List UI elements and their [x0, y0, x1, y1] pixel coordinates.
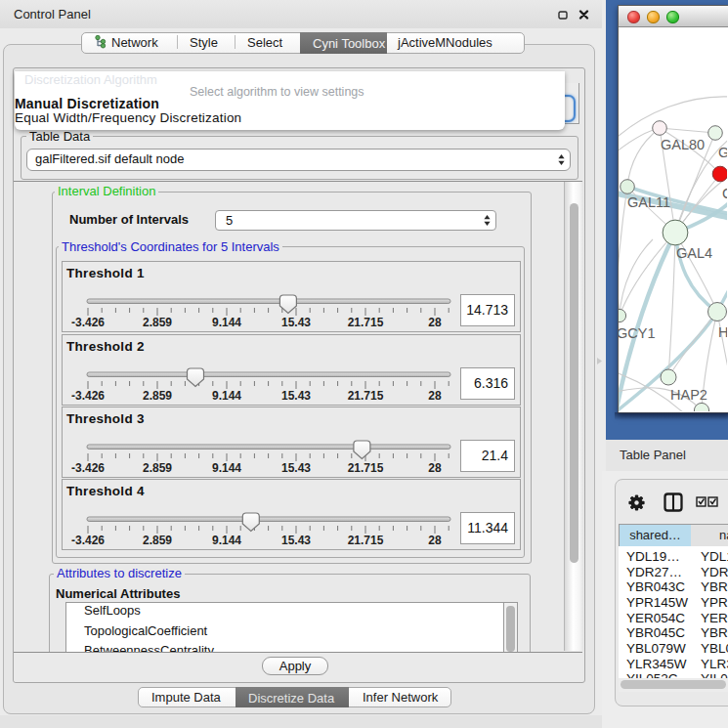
- svg-text:28: 28: [428, 534, 442, 547]
- svg-text:9.144: 9.144: [212, 461, 241, 475]
- svg-text:28: 28: [428, 316, 442, 329]
- svg-text:21.715: 21.715: [348, 534, 384, 547]
- svg-text:21.715: 21.715: [348, 389, 384, 403]
- svg-text:GAL11: GAL11: [627, 194, 670, 210]
- svg-text:21.715: 21.715: [348, 461, 384, 475]
- svg-text:GA: GA: [718, 145, 727, 160]
- svg-text:2.859: 2.859: [143, 389, 172, 403]
- svg-text:-3.426: -3.426: [71, 316, 105, 329]
- svg-text:C: C: [722, 186, 727, 201]
- svg-text:GAL4: GAL4: [676, 245, 712, 261]
- svg-text:9.144: 9.144: [212, 389, 241, 403]
- svg-text:-3.426: -3.426: [71, 389, 105, 403]
- svg-text:9.144: 9.144: [212, 534, 241, 547]
- svg-text:28: 28: [428, 461, 442, 475]
- svg-text:21.715: 21.715: [348, 316, 384, 329]
- svg-text:15.43: 15.43: [281, 461, 311, 475]
- svg-text:2.859: 2.859: [143, 534, 172, 547]
- svg-text:2.859: 2.859: [143, 316, 172, 329]
- svg-text:-3.426: -3.426: [71, 534, 105, 547]
- svg-text:15.43: 15.43: [281, 389, 311, 403]
- svg-text:H: H: [718, 324, 727, 340]
- svg-text:GAL80: GAL80: [661, 137, 705, 152]
- svg-text:HAP2: HAP2: [670, 387, 707, 403]
- svg-text:2.859: 2.859: [143, 461, 172, 475]
- svg-text:-3.426: -3.426: [71, 461, 105, 475]
- svg-text:15.43: 15.43: [281, 534, 311, 547]
- svg-text:9.144: 9.144: [212, 316, 241, 329]
- svg-text:GCY1: GCY1: [619, 325, 656, 341]
- svg-text:28: 28: [428, 389, 442, 403]
- svg-text:15.43: 15.43: [281, 316, 311, 329]
